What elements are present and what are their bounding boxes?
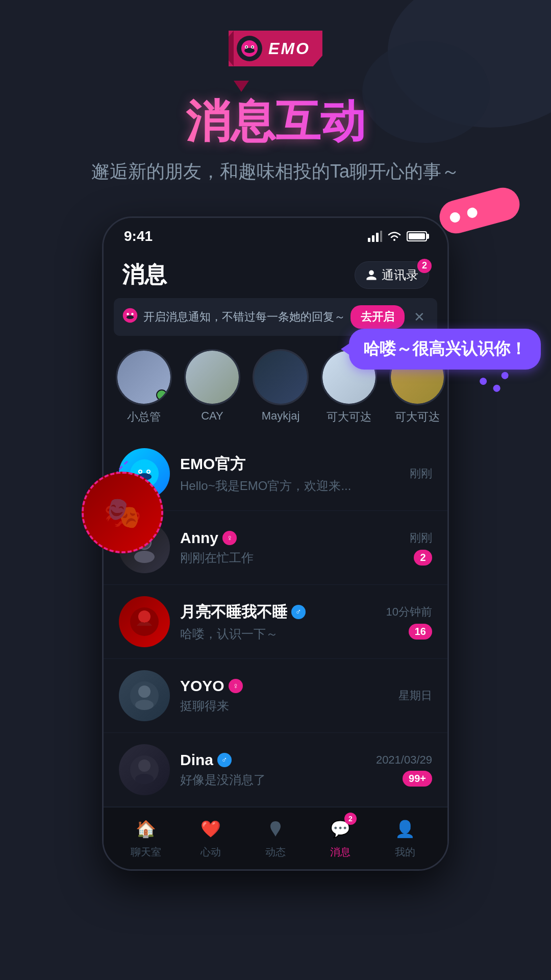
speech-bubble: 哈喽～很高兴认识你！: [349, 329, 541, 370]
svg-rect-8: [376, 233, 379, 242]
svg-point-19: [139, 471, 141, 473]
status-time: 9:41: [124, 228, 153, 244]
nav-icon-heart: ❤️: [197, 816, 224, 842]
svg-point-4: [246, 46, 247, 48]
chat-time-4: 2021/03/29: [376, 753, 432, 767]
nav-item-mine[interactable]: 👤 我的: [372, 816, 437, 859]
chat-item-3[interactable]: YOYO ♀ 挺聊得来 星期日: [104, 659, 447, 733]
svg-rect-22: [134, 551, 155, 563]
nav-item-heart[interactable]: ❤️ 心动: [179, 816, 243, 859]
notif-close-button[interactable]: ✕: [410, 307, 429, 327]
chat-name-row-0: EMO官方: [180, 454, 399, 475]
svg-rect-6: [368, 238, 370, 242]
contacts-icon: [365, 269, 378, 281]
story-avatar-1: [184, 349, 240, 405]
svg-rect-29: [135, 700, 154, 710]
svg-point-28: [138, 685, 151, 698]
sparkle-deco: [481, 375, 510, 392]
chat-avatar-yoyo: [119, 670, 170, 721]
nav-item-msg[interactable]: 💬 2 消息: [308, 816, 372, 859]
chat-avatar-dina: [119, 744, 170, 795]
phone-wrapper: 哈喽～很高兴认识你！ 🎭 9:41: [102, 216, 449, 871]
chat-info-4: Dina ♂ 好像是没消息了: [180, 751, 366, 788]
chat-info-1: Anny ♀ 刚刚在忙工作: [180, 529, 399, 566]
chat-preview-4: 好像是没消息了: [180, 772, 364, 788]
unread-badge-2: 16: [409, 624, 432, 640]
chat-name-1: Anny: [180, 529, 218, 547]
signal-icon: [368, 231, 382, 242]
chat-info-0: EMO官方 Hello~我是EMO官方，欢迎来...: [180, 454, 399, 494]
story-item-1[interactable]: CAY: [184, 349, 240, 425]
nav-icon-dynamic: [262, 816, 289, 842]
nav-icon-mine: 👤: [392, 816, 418, 842]
battery-icon: [407, 231, 427, 241]
story-avatar-0: [116, 349, 172, 405]
chat-time-1: 刚刚: [410, 530, 432, 546]
story-name-4: 可大可达: [395, 409, 440, 425]
gender-badge-3: ♀: [229, 679, 243, 693]
msg-header: 消息 通讯录 2: [104, 250, 447, 298]
chat-preview-0: Hello~我是EMO官方，欢迎来...: [180, 478, 364, 494]
chat-item-2[interactable]: 月亮不睡我不睡 ♂ 哈喽，认识一下～ 10分钟前 16: [104, 585, 447, 659]
svg-point-14: [131, 313, 133, 315]
top-section: EMO 消息互动 邂逅新的朋友，和趣味相投的Ta聊开心的事～: [0, 0, 551, 186]
story-name-1: CAY: [201, 409, 223, 423]
unread-badge-4: 99+: [403, 771, 432, 787]
bottom-nav: 🏠 聊天室 ❤️ 心动 动态: [104, 807, 447, 869]
chat-name-2: 月亮不睡我不睡: [180, 602, 287, 623]
story-name-3: 可大可达: [327, 409, 371, 425]
chat-name-row-1: Anny ♀: [180, 529, 399, 547]
chat-preview-3: 挺聊得来: [180, 698, 364, 714]
emo-banner: EMO: [229, 31, 322, 66]
story-name-0: 小总管: [127, 409, 161, 425]
chat-meta-2: 10分钟前 16: [386, 604, 432, 640]
wifi-icon: [387, 231, 402, 242]
notif-button[interactable]: 去开启: [350, 305, 405, 329]
gender-badge-4: ♂: [217, 753, 232, 767]
chat-avatar-moon: [119, 596, 170, 647]
gender-badge-2: ♂: [291, 605, 306, 619]
nav-label-dynamic: 动态: [265, 845, 286, 859]
contacts-badge: 2: [417, 259, 432, 273]
svg-rect-32: [135, 774, 154, 784]
story-item-2[interactable]: Maykjaj: [253, 349, 309, 425]
unread-badge-1: 2: [414, 550, 432, 566]
nav-label-mine: 我的: [395, 845, 415, 859]
svg-point-31: [138, 760, 151, 772]
svg-point-10: [393, 239, 395, 241]
nav-label-msg: 消息: [330, 845, 350, 859]
chat-name-0: EMO官方: [180, 454, 245, 475]
status-bar: 9:41: [104, 218, 447, 250]
main-title: 消息互动: [0, 97, 551, 146]
svg-rect-7: [372, 235, 374, 242]
chat-time-0: 刚刚: [410, 466, 432, 481]
chat-info-2: 月亮不睡我不睡 ♂ 哈喽，认识一下～: [180, 602, 376, 642]
chat-meta-0: 刚刚: [410, 466, 432, 481]
chat-name-row-2: 月亮不睡我不睡 ♂: [180, 602, 376, 623]
contacts-label: 通讯录: [382, 267, 418, 283]
svg-point-12: [127, 315, 134, 319]
nav-label-chat: 聊天室: [131, 845, 161, 859]
gender-badge-1: ♀: [222, 531, 237, 545]
chat-item-4[interactable]: Dina ♂ 好像是没消息了 2021/03/29 99+: [104, 733, 447, 807]
emo-logo: [237, 36, 262, 61]
svg-point-13: [127, 313, 129, 315]
chat-meta-3: 星期日: [398, 688, 432, 703]
svg-point-26: [138, 610, 151, 623]
nav-icon-msg: 💬 2: [327, 816, 354, 842]
phone-container: 哈喽～很高兴认识你！ 🎭 9:41: [0, 216, 551, 871]
chat-meta-4: 2021/03/29 99+: [376, 753, 432, 787]
story-item-0[interactable]: 小总管: [116, 349, 172, 425]
chat-preview-1: 刚刚在忙工作: [180, 550, 364, 566]
floating-avatar: 🎭: [82, 472, 163, 553]
chat-info-3: YOYO ♀ 挺聊得来: [180, 677, 388, 714]
svg-point-5: [252, 46, 254, 48]
contacts-button[interactable]: 通讯录 2: [355, 261, 429, 289]
notif-icon: [122, 307, 138, 327]
svg-point-20: [147, 471, 149, 473]
chat-name-row-3: YOYO ♀: [180, 677, 388, 695]
nav-badge-msg: 2: [344, 813, 357, 825]
nav-item-dynamic[interactable]: 动态: [243, 816, 308, 859]
chat-time-3: 星期日: [398, 688, 432, 703]
nav-item-chat[interactable]: 🏠 聊天室: [114, 816, 179, 859]
